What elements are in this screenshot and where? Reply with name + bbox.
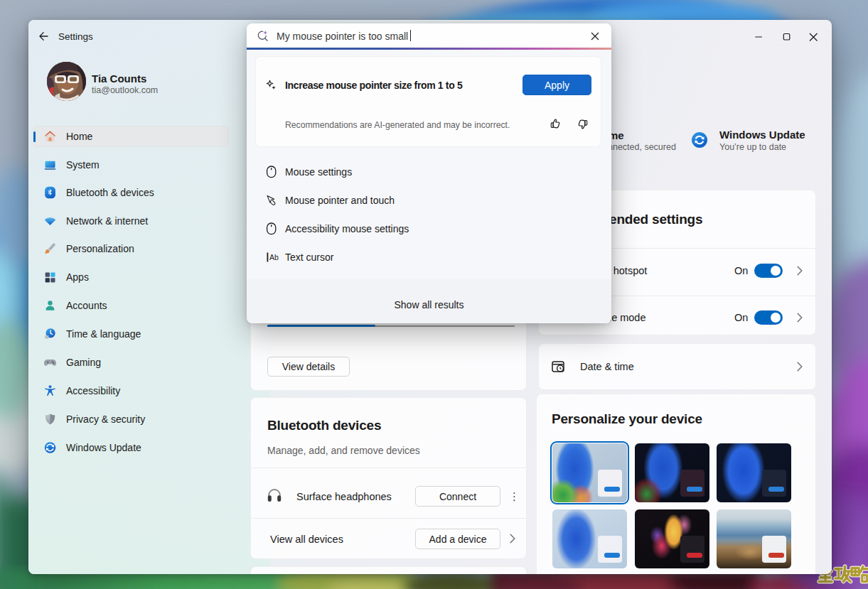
svg-text:Ab: Ab	[269, 253, 279, 261]
